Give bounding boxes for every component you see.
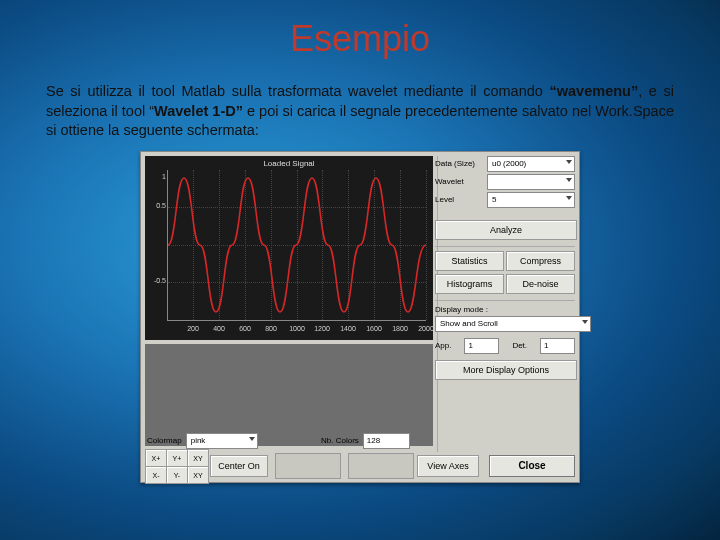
coord-panel xyxy=(275,453,341,479)
display-mode-value: Show and Scroll xyxy=(440,319,498,328)
analyze-button[interactable]: Analyze xyxy=(435,220,577,240)
xtick: 400 xyxy=(213,325,225,332)
statistics-button[interactable]: Statistics xyxy=(435,251,504,271)
close-button[interactable]: Close xyxy=(489,455,575,477)
coord-panel-2 xyxy=(348,453,414,479)
gridline-v xyxy=(426,170,427,320)
more-display-options-button[interactable]: More Display Options xyxy=(435,360,577,380)
xtick: 2000 xyxy=(418,325,434,332)
compress-button[interactable]: Compress xyxy=(506,251,575,271)
plot-axes: 0.5 1 -0.5 200 400 600 800 1000 1200 xyxy=(167,170,426,321)
display-mode-label: Display mode : xyxy=(435,305,575,314)
level-combo[interactable]: 5 xyxy=(487,192,575,208)
xtick: 1600 xyxy=(366,325,382,332)
zoom-y-minus-button[interactable]: Y- xyxy=(166,466,188,484)
nb-colors-row: Nb. Colors 128 xyxy=(321,432,431,450)
slide-title: Esempio xyxy=(40,18,680,60)
data-size-value: u0 (2000) xyxy=(492,159,526,168)
slide: Esempio Se si utilizza il tool Matlab su… xyxy=(0,0,720,540)
app-spinner[interactable]: 1 xyxy=(464,338,499,354)
zoom-y-plus-button[interactable]: Y+ xyxy=(166,449,188,467)
level-label: Level xyxy=(435,195,483,204)
xtick: 800 xyxy=(265,325,277,332)
zoom-xy-minus-button[interactable]: XY xyxy=(187,466,209,484)
slide-paragraph: Se si utilizza il tool Matlab sulla tras… xyxy=(46,82,674,141)
ytick: 1 xyxy=(148,173,166,180)
level-value: 5 xyxy=(492,195,496,204)
det-spinner[interactable]: 1 xyxy=(540,338,575,354)
separator xyxy=(435,246,575,247)
ytick: -0.5 xyxy=(148,277,166,284)
nb-colors-label: Nb. Colors xyxy=(321,436,359,445)
plot-panel: Loaded Signal 0.5 1 -0.5 2 xyxy=(145,156,433,340)
control-panel: Data (Size) u0 (2000) Wavelet Level 5 An… xyxy=(435,156,575,380)
para-text-1: Se si utilizza il tool Matlab sulla tras… xyxy=(46,83,550,99)
histograms-button[interactable]: Histograms xyxy=(435,274,504,294)
det-label: Det. xyxy=(512,341,527,350)
colormap-combo[interactable]: pink xyxy=(186,433,258,449)
app-label: App. xyxy=(435,341,451,350)
zoom-x-plus-button[interactable]: X+ xyxy=(145,449,167,467)
zoom-xy-plus-button[interactable]: XY xyxy=(187,449,209,467)
xtick: 1200 xyxy=(314,325,330,332)
xtick: 600 xyxy=(239,325,251,332)
zoom-x-minus-button[interactable]: X- xyxy=(145,466,167,484)
xtick: 200 xyxy=(187,325,199,332)
data-size-combo[interactable]: u0 (2000) xyxy=(487,156,575,172)
colormap-value: pink xyxy=(191,436,206,445)
nb-colors-spinner[interactable]: 128 xyxy=(363,433,410,449)
colormap-label: Colormap xyxy=(147,436,182,445)
ytick: 0.5 xyxy=(148,202,166,209)
data-size-label: Data (Size) xyxy=(435,159,483,168)
view-axes-button[interactable]: View Axes xyxy=(417,455,479,477)
para-bold-1: “wavemenu” xyxy=(550,83,639,99)
wavelet-label: Wavelet xyxy=(435,177,483,186)
separator xyxy=(435,300,575,301)
para-bold-2: Wavelet 1-D” xyxy=(154,103,243,119)
matlab-window: Loaded Signal 0.5 1 -0.5 2 xyxy=(140,151,580,483)
denoise-button[interactable]: De-noise xyxy=(506,274,575,294)
center-on-button[interactable]: Center On xyxy=(210,455,268,477)
xtick: 1800 xyxy=(392,325,408,332)
xtick: 1000 xyxy=(289,325,305,332)
plot-title: Loaded Signal xyxy=(145,159,433,168)
wavelet-combo[interactable] xyxy=(487,174,575,190)
detail-panel-empty xyxy=(145,344,433,446)
bottom-toolbar: X+ Y+ XY X- Y- XY Center On View Axes Cl… xyxy=(145,454,575,478)
display-mode-combo[interactable]: Show and Scroll xyxy=(435,316,591,332)
xtick: 1400 xyxy=(340,325,356,332)
